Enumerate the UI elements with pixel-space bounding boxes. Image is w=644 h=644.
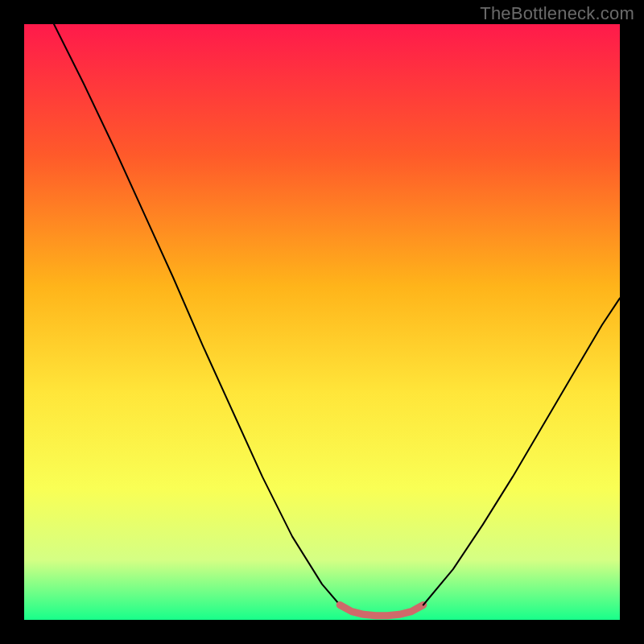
plot-area [24,24,620,620]
chart-svg [24,24,620,620]
gradient-background [24,24,620,620]
chart-container: TheBottleneck.com [0,0,644,644]
watermark-text: TheBottleneck.com [480,3,634,24]
